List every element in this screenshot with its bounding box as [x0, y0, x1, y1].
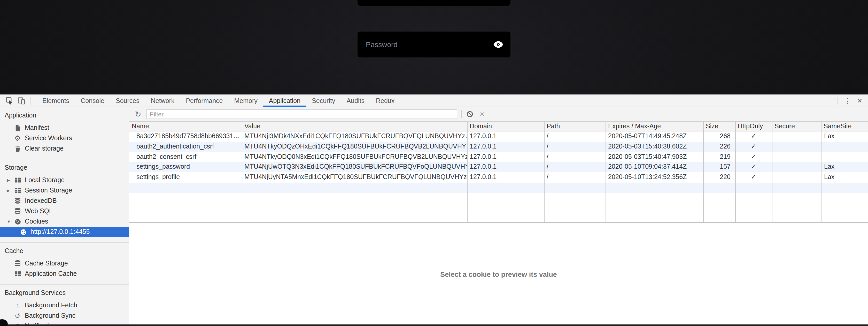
sidebar-item-indexeddb[interactable]: IndexedDB [0, 196, 129, 206]
sidebar-item-background-fetch[interactable]: ↑↓ Background Fetch [0, 300, 129, 310]
inspect-element-icon[interactable] [4, 95, 16, 106]
database-icon [13, 260, 22, 267]
column-header-secure[interactable]: Secure [772, 121, 821, 131]
httponly-check: ✓ [735, 162, 772, 172]
section-title-application: Application [0, 110, 129, 120]
devtools-close-icon[interactable]: ✕ [854, 97, 866, 104]
cookie-icon [19, 228, 27, 235]
chevron-down-icon[interactable]: ▼ [7, 219, 13, 224]
table-row[interactable]: oauth2_authentication_csrf MTU4NTkyODQzO… [129, 142, 868, 152]
cookies-panel: ↻ ✕ Name Value Domain Path Expires / Max… [129, 107, 868, 326]
table-row[interactable]: settings_password MTU4NjUwOTQ3N3xEdi1CQk… [129, 162, 868, 172]
database-icon [13, 208, 22, 215]
sync-icon: ↺ [13, 312, 22, 320]
table-row[interactable]: oauth2_consent_csrf MTU4NTkyODQ0N3xEdi1C… [129, 152, 868, 162]
column-header-samesite[interactable]: SameSite [821, 121, 868, 131]
refresh-icon[interactable]: ↻ [134, 109, 142, 119]
sidebar-section-cache: Cache Cache Storage Application Cac [0, 242, 129, 284]
sidebar-item-service-workers[interactable]: ⚙ Service Workers [0, 133, 129, 143]
column-header-domain[interactable]: Domain [467, 121, 544, 131]
column-header-httponly[interactable]: HttpOnly [735, 121, 772, 131]
table-row[interactable]: 8a3d27185b49d7758d8bb669331… MTU4NjI3MDk… [129, 131, 868, 142]
tab-security[interactable]: Security [306, 95, 341, 107]
sidebar-section-storage: Storage ▶ Local Storage ▶ Session Sto [0, 159, 129, 242]
tab-network[interactable]: Network [145, 95, 180, 107]
database-icon [13, 197, 22, 205]
devtools-tabbar: Elements Console Sources Network Perform… [0, 94, 868, 107]
sidebar-item-local-storage[interactable]: ▶ Local Storage [0, 175, 129, 185]
tab-elements[interactable]: Elements [37, 95, 75, 107]
table-row[interactable]: settings_profile MTU4NjUyNTA5MnxEdi1CQkF… [129, 172, 868, 183]
sidebar-item-cookies[interactable]: ▼ Cookies [0, 216, 129, 227]
selected-tab-underline [263, 106, 306, 107]
column-header-value[interactable]: Value [242, 121, 467, 131]
sidebar-item-background-sync[interactable]: ↺ Background Sync [0, 310, 129, 321]
device-toolbar-icon[interactable] [16, 95, 27, 106]
tab-console[interactable]: Console [75, 95, 110, 107]
devtools-tabs: Elements Console Sources Network Perform… [37, 95, 400, 107]
input-field-partial[interactable] [358, 0, 510, 6]
sidebar-section-background-services: Background Services ↑↓ Background Fetch … [0, 284, 129, 326]
chevron-right-icon[interactable]: ▶ [7, 188, 13, 193]
column-header-size[interactable]: Size [703, 121, 735, 131]
sidebar-item-application-cache[interactable]: Application Cache [0, 269, 129, 279]
up-down-arrows-icon: ↑↓ [13, 302, 22, 308]
column-header-expires[interactable]: Expires / Max-Age [606, 121, 703, 131]
sidebar-item-manifest[interactable]: Manifest [0, 123, 129, 133]
devtools-menu-icon[interactable]: ⋮ [841, 97, 854, 105]
cookie-icon [13, 218, 22, 225]
tab-redux[interactable]: Redux [370, 95, 400, 107]
application-sidebar: Application Manifest ⚙ Service Workers [0, 107, 129, 326]
tab-application[interactable]: Application [263, 95, 306, 107]
delete-selected-icon[interactable]: ✕ [479, 110, 485, 118]
table-icon [13, 271, 22, 277]
httponly-check: ✓ [735, 131, 772, 142]
trash-icon [13, 145, 22, 152]
sidebar-section-application: Application Manifest ⚙ Service Workers [0, 107, 129, 159]
sidebar-item-cache-storage[interactable]: Cache Storage [0, 258, 129, 269]
table-icon [13, 187, 22, 193]
column-header-name[interactable]: Name [129, 121, 242, 131]
cookie-table-header: Name Value Domain Path Expires / Max-Age… [129, 121, 868, 131]
sidebar-item-session-storage[interactable]: ▶ Session Storage [0, 185, 129, 196]
httponly-check: ✓ [735, 142, 772, 152]
sidebar-item-web-sql[interactable]: Web SQL [0, 206, 129, 216]
password-input[interactable] [365, 40, 493, 49]
tabbar-right-controls: ⋮ ✕ [834, 95, 868, 107]
column-header-path[interactable]: Path [544, 121, 606, 131]
tabbar-separator [30, 97, 30, 105]
tabbar-right-separator [838, 97, 838, 105]
chevron-right-icon[interactable]: ▶ [7, 178, 13, 182]
section-title-background-services: Background Services [0, 288, 129, 298]
cookies-toolbar: ↻ ✕ [129, 107, 868, 121]
httponly-check: ✓ [735, 172, 772, 183]
table-icon [13, 177, 22, 183]
screen-bottom-edge [0, 324, 868, 326]
cookie-table: Name Value Domain Path Expires / Max-Age… [129, 121, 868, 223]
password-field[interactable] [358, 32, 510, 57]
cookie-filter-input[interactable] [146, 109, 457, 119]
httponly-check: ✓ [735, 152, 772, 162]
login-page-background [0, 0, 868, 94]
screen: Elements Console Sources Network Perform… [0, 0, 868, 326]
tab-performance[interactable]: Performance [180, 95, 228, 107]
cookie-preview-pane: Select a cookie to preview its value [129, 223, 868, 326]
tab-audits[interactable]: Audits [341, 95, 370, 107]
tab-sources[interactable]: Sources [110, 95, 145, 107]
gear-icon: ⚙ [13, 135, 22, 141]
toolbar-separator [461, 110, 462, 118]
preview-placeholder-message: Select a cookie to preview its value [440, 271, 557, 278]
sidebar-item-cookies-host[interactable]: http://127.0.0.1:4455 [0, 227, 129, 237]
section-title-cache: Cache [0, 246, 129, 256]
clear-all-cookies-icon[interactable] [467, 111, 473, 117]
table-row-empty[interactable] [129, 183, 868, 193]
devtools-panel: Elements Console Sources Network Perform… [0, 94, 868, 326]
section-title-storage: Storage [0, 162, 129, 173]
tab-memory[interactable]: Memory [228, 95, 263, 107]
file-icon [13, 125, 22, 131]
sidebar-item-clear-storage[interactable]: Clear storage [0, 143, 129, 154]
show-password-eye-icon[interactable] [493, 41, 503, 48]
